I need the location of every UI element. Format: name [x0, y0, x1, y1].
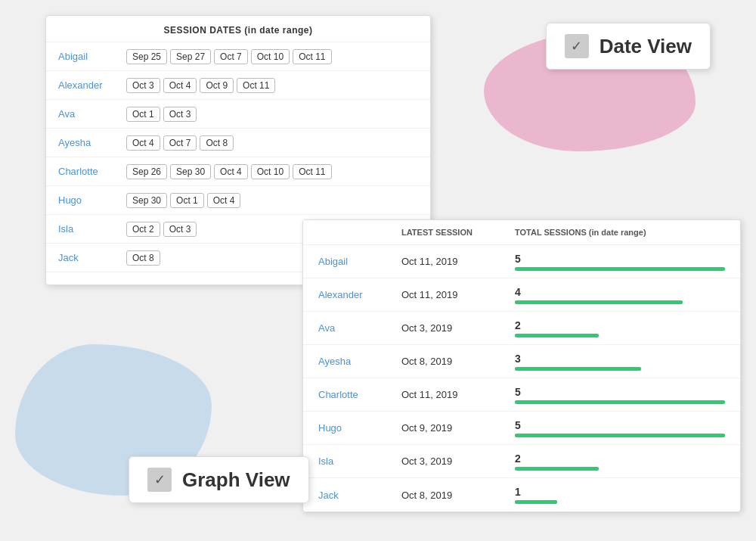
session-row-name: Charlotte — [318, 389, 401, 400]
date-tag: Oct 2 — [126, 222, 160, 237]
date-view-label: Date View — [600, 35, 692, 58]
bar-track — [515, 300, 725, 304]
date-tag: Oct 7 — [163, 135, 197, 151]
total-number: 4 — [515, 286, 725, 298]
bar-track — [515, 434, 725, 437]
bar-fill — [515, 300, 683, 304]
date-tags: Oct 4Oct 7Oct 8 — [126, 135, 234, 151]
session-row-name: Ayesha — [318, 356, 401, 367]
date-row: CharlotteSep 26Sep 30Oct 4Oct 10Oct 11 — [46, 157, 430, 186]
person-name: Alexander — [58, 79, 126, 91]
session-row-name: Hugo — [318, 422, 401, 434]
total-number: 2 — [515, 319, 725, 331]
date-tag: Sep 30 — [170, 164, 211, 179]
total-number: 1 — [515, 486, 725, 498]
date-row: AlexanderOct 3Oct 4Oct 9Oct 11 — [46, 71, 430, 100]
session-row-total: 2 — [515, 319, 725, 337]
date-tag: Oct 3 — [163, 107, 197, 122]
date-row: AyeshaOct 4Oct 7Oct 8 — [46, 129, 430, 157]
session-row: IslaOct 3, 20192 — [303, 445, 740, 478]
date-tag: Oct 9 — [200, 78, 234, 93]
session-row-latest: Oct 8, 2019 — [401, 490, 515, 501]
date-tag: Oct 3 — [163, 222, 197, 237]
bar-track — [515, 500, 725, 504]
total-number: 5 — [515, 253, 725, 265]
session-row-latest: Oct 3, 2019 — [401, 322, 515, 334]
session-row-total: 1 — [515, 486, 725, 504]
person-name: Hugo — [58, 194, 126, 206]
session-row-total: 5 — [515, 253, 725, 271]
session-row-total: 4 — [515, 286, 725, 304]
date-view-checkmark: ✓ — [565, 34, 589, 58]
date-row: AbigailSep 25Sep 27Oct 7Oct 10Oct 11 — [46, 42, 430, 71]
session-row-latest: Oct 9, 2019 — [401, 422, 515, 434]
date-tags: Sep 26Sep 30Oct 4Oct 10Oct 11 — [126, 164, 332, 179]
total-number: 5 — [515, 386, 725, 398]
total-number: 3 — [515, 353, 725, 365]
session-row-latest: Oct 8, 2019 — [401, 356, 515, 367]
session-row-total: 3 — [515, 353, 725, 371]
sessions-rows-container: AbigailOct 11, 20195AlexanderOct 11, 201… — [303, 245, 740, 511]
bar-fill — [515, 367, 641, 371]
total-number: 5 — [515, 419, 725, 431]
session-row: JackOct 8, 20191 — [303, 478, 740, 511]
bar-fill — [515, 267, 725, 271]
session-row-total: 2 — [515, 452, 725, 471]
date-tags: Oct 2Oct 3 — [126, 222, 197, 237]
session-row-total: 5 — [515, 386, 725, 404]
date-tag: Oct 4 — [163, 78, 197, 93]
date-tag: Oct 4 — [126, 135, 160, 151]
date-tag: Oct 11 — [293, 164, 331, 179]
session-row-latest: Oct 11, 2019 — [401, 256, 515, 267]
bar-track — [515, 467, 725, 471]
date-tag: Oct 10 — [251, 164, 290, 179]
person-name: Ava — [58, 108, 126, 120]
date-tag: Oct 8 — [126, 250, 160, 266]
sessions-panel: LATEST SESSION TOTAL SESSIONS (in date r… — [302, 219, 741, 512]
graph-view-checkmark: ✓ — [147, 468, 172, 492]
date-tags: Oct 1Oct 3 — [126, 107, 197, 122]
session-row: AlexanderOct 11, 20194 — [303, 278, 740, 312]
session-row: CharlotteOct 11, 20195 — [303, 378, 740, 412]
total-number: 2 — [515, 452, 725, 465]
bar-fill — [515, 434, 725, 437]
bar-fill — [515, 467, 599, 471]
bar-fill — [515, 500, 557, 504]
bar-track — [515, 334, 725, 337]
bar-fill — [515, 400, 725, 404]
date-row: HugoSep 30Oct 1Oct 4 — [46, 186, 430, 215]
session-row-name: Alexander — [318, 289, 401, 300]
date-tags: Oct 8 — [126, 250, 160, 266]
session-row: AyeshaOct 8, 20193 — [303, 345, 740, 378]
date-tag: Oct 4 — [214, 164, 248, 179]
date-row: AvaOct 1Oct 3 — [46, 100, 430, 129]
session-row: HugoOct 9, 20195 — [303, 412, 740, 445]
person-name: Abigail — [58, 51, 126, 62]
session-row: AbigailOct 11, 20195 — [303, 245, 740, 278]
date-tag: Oct 1 — [126, 107, 160, 122]
session-row-name: Abigail — [318, 256, 401, 267]
date-tag: Oct 10 — [251, 49, 290, 64]
date-tag: Oct 11 — [293, 49, 331, 64]
date-tag: Oct 8 — [200, 135, 234, 151]
session-row: AvaOct 3, 20192 — [303, 312, 740, 345]
session-row-total: 5 — [515, 419, 725, 437]
date-tags: Oct 3Oct 4Oct 9Oct 11 — [126, 78, 275, 93]
sessions-header-total: TOTAL SESSIONS (in date range) — [515, 228, 646, 237]
sessions-header-latest: LATEST SESSION — [401, 228, 515, 237]
person-name: Isla — [58, 223, 126, 235]
person-name: Jack — [58, 252, 126, 263]
bar-track — [515, 267, 725, 271]
date-view-button[interactable]: ✓ Date View — [546, 23, 711, 70]
bar-fill — [515, 334, 599, 337]
session-row-name: Jack — [318, 490, 401, 501]
date-tag: Oct 11 — [237, 78, 275, 93]
date-tag: Sep 30 — [126, 193, 167, 208]
graph-view-button[interactable]: ✓ Graph View — [129, 456, 309, 503]
bar-track — [515, 367, 725, 371]
graph-view-label: Graph View — [182, 468, 290, 492]
date-tag: Oct 7 — [214, 49, 248, 64]
date-tag: Sep 26 — [126, 164, 167, 179]
bar-track — [515, 400, 725, 404]
person-name: Ayesha — [58, 137, 126, 148]
